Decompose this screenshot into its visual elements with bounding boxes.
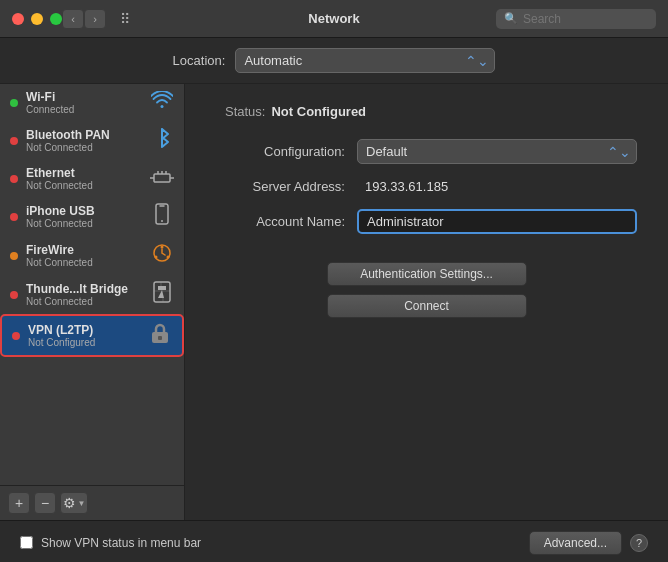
- server-address-label: Server Address:: [215, 179, 345, 194]
- traffic-lights: [12, 13, 62, 25]
- svg-rect-0: [154, 174, 170, 182]
- show-vpn-label: Show VPN status in menu bar: [41, 536, 201, 550]
- net-status-iphone: Not Connected: [26, 218, 142, 229]
- net-name-bluetooth: Bluetooth PAN: [26, 128, 142, 142]
- gear-dropdown-icon: ▼: [78, 499, 86, 508]
- show-vpn-checkbox[interactable]: [20, 536, 33, 549]
- content-panel: Status: Not Configured Configuration: De…: [185, 84, 668, 520]
- net-name-iphone: iPhone USB: [26, 204, 142, 218]
- svg-point-6: [167, 256, 170, 259]
- sidebar-item-wifi[interactable]: Wi-Fi Connected: [0, 84, 184, 121]
- gear-icon: ⚙: [63, 495, 76, 511]
- search-box[interactable]: 🔍: [496, 9, 656, 29]
- location-select[interactable]: Automatic: [235, 48, 495, 73]
- sidebar-item-thunderbolt[interactable]: Thunde...lt Bridge Not Connected: [0, 275, 184, 314]
- net-status-firewire: Not Connected: [26, 257, 142, 268]
- net-name-firewire: FireWire: [26, 243, 142, 257]
- sidebar-bottom: + − ⚙ ▼: [0, 485, 184, 520]
- search-icon: 🔍: [504, 12, 518, 25]
- wifi-icon: [150, 91, 174, 114]
- status-dot-firewire: [10, 252, 18, 260]
- net-name-ethernet: Ethernet: [26, 166, 142, 180]
- auth-settings-button[interactable]: Authentication Settings...: [327, 262, 527, 286]
- sidebar-item-firewire[interactable]: FireWire Not Connected: [0, 236, 184, 275]
- status-dot-wifi: [10, 99, 18, 107]
- back-button[interactable]: ‹: [62, 9, 84, 29]
- status-label: Status:: [225, 104, 265, 119]
- account-name-input[interactable]: [357, 209, 637, 234]
- help-icon: ?: [636, 537, 642, 549]
- forward-icon: ›: [93, 13, 97, 25]
- svg-point-7: [155, 256, 158, 259]
- sidebar-item-bluetooth[interactable]: Bluetooth PAN Not Connected: [0, 121, 184, 160]
- net-status-vpn: Not Configured: [28, 337, 140, 348]
- location-select-wrapper: Automatic ⌃⌄: [235, 48, 495, 73]
- status-row: Status: Not Configured: [215, 104, 638, 119]
- account-name-label: Account Name:: [215, 214, 345, 229]
- sidebar-item-ethernet[interactable]: Ethernet Not Connected: [0, 160, 184, 197]
- status-dot-thunderbolt: [10, 291, 18, 299]
- net-name-wifi: Wi-Fi: [26, 90, 142, 104]
- connect-button[interactable]: Connect: [327, 294, 527, 318]
- status-dot-ethernet: [10, 175, 18, 183]
- bluetooth-icon: [150, 127, 174, 154]
- status-dot-iphone: [10, 213, 18, 221]
- main-area: Wi-Fi Connected Bluetooth PAN Not Connec…: [0, 84, 668, 520]
- grid-button[interactable]: ⠿: [114, 9, 136, 29]
- status-dot-bluetooth: [10, 137, 18, 145]
- thunderbolt-icon: [150, 281, 174, 308]
- help-button[interactable]: ?: [630, 534, 648, 552]
- net-name-vpn: VPN (L2TP): [28, 323, 140, 337]
- sidebar: Wi-Fi Connected Bluetooth PAN Not Connec…: [0, 84, 185, 520]
- window-title: Network: [308, 11, 359, 26]
- vpn-form: Configuration: Default ⌃⌄ Server Address…: [215, 139, 638, 234]
- configuration-select-wrapper: Default ⌃⌄: [357, 139, 637, 164]
- vpn-lock-icon: [148, 322, 172, 349]
- configuration-select[interactable]: Default: [357, 139, 637, 164]
- advanced-button[interactable]: Advanced...: [529, 531, 622, 555]
- forward-button[interactable]: ›: [84, 9, 106, 29]
- grid-icon: ⠿: [120, 11, 130, 27]
- net-status-thunderbolt: Not Connected: [26, 296, 142, 307]
- location-label: Location:: [173, 53, 226, 68]
- configuration-row: Configuration: Default ⌃⌄: [215, 139, 638, 164]
- add-network-button[interactable]: +: [8, 492, 30, 514]
- firewire-icon: [150, 242, 174, 269]
- bottom-bar: Show VPN status in menu bar Advanced... …: [0, 520, 668, 562]
- phone-icon: [150, 203, 174, 230]
- search-input[interactable]: [523, 12, 643, 26]
- vpn-buttons: Authentication Settings... Connect: [215, 262, 638, 318]
- close-button[interactable]: [12, 13, 24, 25]
- status-value: Not Configured: [271, 104, 366, 119]
- network-options-button[interactable]: ⚙ ▼: [60, 492, 88, 514]
- svg-point-5: [161, 246, 164, 249]
- minimize-button[interactable]: [31, 13, 43, 25]
- net-status-wifi: Connected: [26, 104, 142, 115]
- sidebar-item-iphone[interactable]: iPhone USB Not Connected: [0, 197, 184, 236]
- server-address-row: Server Address: 193.33.61.185: [215, 176, 638, 197]
- net-status-ethernet: Not Connected: [26, 180, 142, 191]
- net-name-thunderbolt: Thunde...lt Bridge: [26, 282, 142, 296]
- remove-network-button[interactable]: −: [34, 492, 56, 514]
- back-icon: ‹: [71, 13, 75, 25]
- status-dot-vpn: [12, 332, 20, 340]
- show-vpn-row: Show VPN status in menu bar: [20, 536, 529, 550]
- sidebar-item-vpn[interactable]: VPN (L2TP) Not Configured: [0, 314, 184, 357]
- svg-rect-10: [158, 336, 162, 340]
- titlebar: ‹ › ⠿ Network 🔍: [0, 0, 668, 38]
- maximize-button[interactable]: [50, 13, 62, 25]
- account-name-row: Account Name:: [215, 209, 638, 234]
- location-bar: Location: Automatic ⌃⌄: [0, 38, 668, 84]
- net-status-bluetooth: Not Connected: [26, 142, 142, 153]
- ethernet-icon: [150, 167, 174, 190]
- svg-point-2: [161, 220, 163, 222]
- configuration-label: Configuration:: [215, 144, 345, 159]
- sidebar-spacer: [0, 357, 184, 485]
- server-address-value: 193.33.61.185: [357, 176, 637, 197]
